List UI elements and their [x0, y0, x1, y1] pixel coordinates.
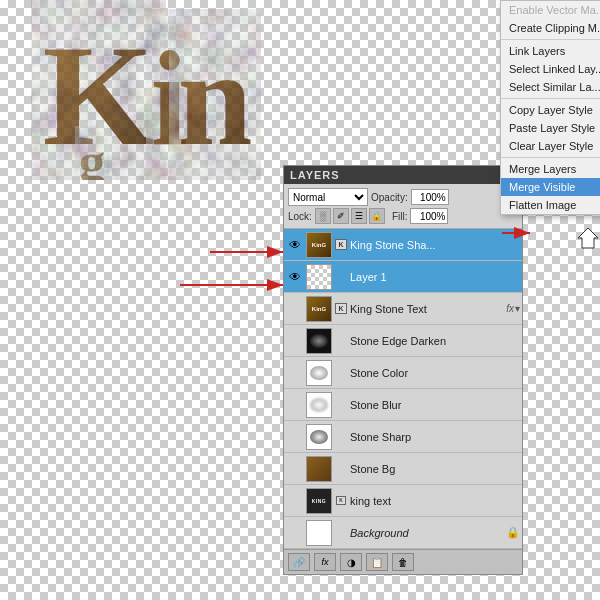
layer-thumb-stone-sharp [306, 424, 332, 450]
eye-toggle-layer1[interactable]: 👁 [286, 268, 304, 286]
menu-item-link-layers[interactable]: Link Layers [501, 42, 600, 60]
layer-name-stone-sharp: Stone Sharp [350, 431, 520, 443]
link-layers-btn[interactable]: 🔗 [288, 553, 310, 571]
new-fill-btn[interactable]: ◑ [340, 553, 362, 571]
layer-row-layer1[interactable]: 👁 Layer 1 [284, 261, 522, 293]
layer-thumb-layer1 [306, 264, 332, 290]
menu-item-clear-style[interactable]: Clear Layer Style [501, 137, 600, 155]
layer-thumb-stone-color [306, 360, 332, 386]
layer-badge-king-stone-sharp: K [334, 232, 348, 258]
layer-thumb-stone-bg [306, 456, 332, 482]
layer-badge-stone-color [334, 360, 348, 386]
menu-item-merge-visible[interactable]: Merge Visible [501, 178, 600, 196]
lock-badge-background: 🔒 [506, 526, 520, 539]
layers-controls: Normal Opacity: Lock: ░ ✐ ☰ 🔒 Fill: [284, 184, 522, 229]
svg-text:g: g [79, 132, 106, 180]
layer-name-king-text: king text [350, 495, 520, 507]
menu-sep-1 [501, 39, 600, 40]
layer-row-stone-sharp[interactable]: 👁 Stone Sharp [284, 421, 522, 453]
menu-item-merge-layers[interactable]: Merge Layers [501, 160, 600, 178]
layer-badge-stone-sharp [334, 424, 348, 450]
svg-text:n: n [178, 24, 253, 173]
layer-row-background[interactable]: 👁 Background 🔒 [284, 517, 522, 549]
layer-row-king-stone-sharp[interactable]: 👁 KinG K King Stone Sha... [284, 229, 522, 261]
eye-toggle-king-stone-sharp[interactable]: 👁 [286, 236, 304, 254]
lock-paint[interactable]: ✐ [333, 208, 349, 224]
lock-all[interactable]: 🔒 [369, 208, 385, 224]
layer-name-king-stone-sharp: King Stone Sha... [350, 239, 520, 251]
new-layer-btn[interactable]: 📋 [366, 553, 388, 571]
fx-btn[interactable]: fx [314, 553, 336, 571]
layer-thumb-background [306, 520, 332, 546]
layer-row-stone-edge-darken[interactable]: 👁 Stone Edge Darken [284, 325, 522, 357]
layer-thumb-king-stone-sharp: KinG [306, 232, 332, 258]
layer-badge-background [334, 520, 348, 546]
menu-sep-2 [501, 98, 600, 99]
menu-item-select-linked[interactable]: Select Linked Lay... [501, 60, 600, 78]
menu-item-select-similar[interactable]: Select Similar La... [501, 78, 600, 96]
context-menu: Enable Vector Ma... Create Clipping M...… [500, 0, 600, 215]
layer-badge-stone-blur [334, 392, 348, 418]
menu-item-copy-style[interactable]: Copy Layer Style [501, 101, 600, 119]
layer-badge-stone-edge-darken [334, 328, 348, 354]
layers-footer: 🔗 fx ◑ 📋 🗑 [284, 549, 522, 574]
layers-panel: LAYERS Normal Opacity: Lock: ░ ✐ ☰ 🔒 Fil… [283, 165, 523, 575]
layers-title: LAYERS [290, 169, 340, 181]
layer-thumb-king-text: KING [306, 488, 332, 514]
delete-layer-btn[interactable]: 🗑 [392, 553, 414, 571]
layer-name-stone-blur: Stone Blur [350, 399, 520, 411]
layer-thumb-stone-edge-darken [306, 328, 332, 354]
layer-name-background: Background [350, 527, 504, 539]
lock-position[interactable]: ☰ [351, 208, 367, 224]
layer-row-king-stone-text[interactable]: 👁 KinG K King Stone Text fx ▾ [284, 293, 522, 325]
layer-thumb-stone-blur [306, 392, 332, 418]
layers-panel-header: LAYERS [284, 166, 522, 184]
layer-row-stone-blur[interactable]: 👁 Stone Blur [284, 389, 522, 421]
layer-name-king-stone-text: King Stone Text [350, 303, 504, 315]
opacity-input[interactable] [411, 189, 449, 205]
layer-row-stone-color[interactable]: 👁 Stone Color [284, 357, 522, 389]
layer-badge-layer1 [334, 264, 348, 290]
layer-badge-stone-bg [334, 456, 348, 482]
lock-transparency[interactable]: ░ [315, 208, 331, 224]
fill-input[interactable] [410, 208, 448, 224]
menu-item-paste-style[interactable]: Paste Layer Style [501, 119, 600, 137]
menu-item-create-clipping[interactable]: Create Clipping M... [501, 19, 600, 37]
layer-badge-king-text: K [334, 488, 348, 514]
blend-mode-select[interactable]: Normal [288, 188, 368, 206]
menu-item-flatten-image[interactable]: Flatten Image [501, 196, 600, 214]
menu-sep-3 [501, 157, 600, 158]
lock-label: Lock: [288, 211, 312, 222]
layer-row-king-text[interactable]: 👁 KING K king text [284, 485, 522, 517]
layer-badge-king-stone-text: K [334, 296, 348, 322]
fill-label: Fill: [392, 211, 408, 222]
layer-name-layer1: Layer 1 [350, 271, 520, 283]
layer-row-stone-bg[interactable]: 👁 Stone Bg [284, 453, 522, 485]
opacity-label: Opacity: [371, 192, 408, 203]
menu-item-enable-vector-mask[interactable]: Enable Vector Ma... [501, 1, 600, 19]
layer-thumb-king-stone-text: KinG [306, 296, 332, 322]
lock-icons: ░ ✐ ☰ 🔒 [315, 208, 385, 224]
canvas-artwork: K i n g [0, 0, 490, 180]
layer-name-stone-color: Stone Color [350, 367, 520, 379]
layer-name-stone-bg: Stone Bg [350, 463, 520, 475]
fx-badge-king-stone-text: fx ▾ [506, 303, 520, 314]
layer-name-stone-edge-darken: Stone Edge Darken [350, 335, 520, 347]
